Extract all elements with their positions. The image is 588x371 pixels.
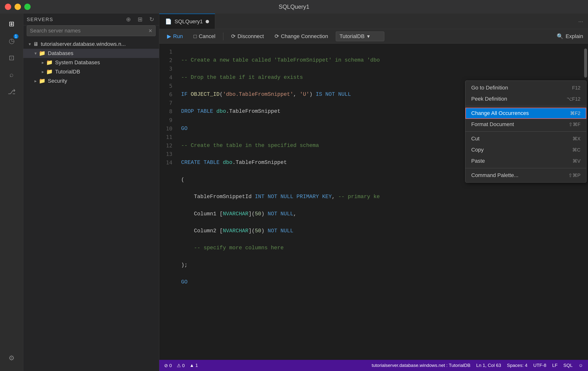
menu-separator-3 xyxy=(465,168,586,168)
tree-item-system-databases[interactable]: 📁 System Databases xyxy=(23,58,159,67)
system-databases-label: System Databases xyxy=(55,60,100,66)
tree-item-tutorialdb[interactable]: 📁 TutorialDB xyxy=(23,67,159,76)
context-menu: Go to Definition F12 Peek Definition ⌥F1… xyxy=(465,80,587,183)
folder-icon: 📁 xyxy=(46,60,53,66)
editor-area: 📄 SQLQuery1 ··· ▶ Run □ Cancel ⟳ Disconn… xyxy=(159,14,588,371)
clear-search-button[interactable]: ✕ xyxy=(148,28,152,34)
run-button[interactable]: ▶ Run xyxy=(164,32,186,41)
tree-item-server[interactable]: 🖥 tutorialserver.database.windows.n... xyxy=(23,40,159,49)
disconnect-button[interactable]: ⟳ Disconnect xyxy=(228,32,267,41)
status-language: SQL xyxy=(564,363,573,368)
git-icon: ⎇ xyxy=(8,88,16,96)
goto-definition-shortcut: F12 xyxy=(572,85,580,91)
menu-change-all-occurrences[interactable]: Change All Occurrences ⌘F2 xyxy=(465,108,586,119)
notification-badge: 1 xyxy=(14,34,19,39)
new-connection-icon: ⊕ xyxy=(126,16,131,23)
tree-item-security[interactable]: 📁 Security xyxy=(23,76,159,86)
server-icon: 🖥 xyxy=(33,41,38,47)
search-icon: ⌕ xyxy=(10,71,14,79)
menu-goto-definition[interactable]: Go to Definition F12 xyxy=(465,82,586,93)
code-line-9: TableFromSnippetId INT NOT NULL PRIMARY … xyxy=(181,192,578,201)
copy-label: Copy xyxy=(471,147,483,153)
cancel-button[interactable]: □ Cancel xyxy=(190,32,218,41)
cancel-icon: □ xyxy=(193,33,197,40)
line-num-9: 9 xyxy=(159,116,172,124)
menu-separator-2 xyxy=(465,131,586,132)
minimize-button[interactable] xyxy=(15,4,21,10)
activity-connections[interactable]: ⊡ xyxy=(4,50,20,65)
server-tree: 🖥 tutorialserver.database.windows.n... 📁… xyxy=(23,40,159,86)
tree-item-databases[interactable]: 📁 Databases xyxy=(23,49,159,58)
status-encoding: UTF-8 xyxy=(533,363,546,368)
change-connection-icon: ⟳ xyxy=(274,33,279,40)
activity-history[interactable]: ◷ 1 xyxy=(4,33,20,49)
add-connection-button[interactable]: ⊞ xyxy=(136,16,144,23)
new-server-button[interactable]: ⊕ xyxy=(125,16,132,23)
traffic-lights xyxy=(5,4,31,10)
status-server-info: tutorialserver.database.windows.net : Tu… xyxy=(372,363,471,368)
change-connection-button[interactable]: ⟳ Change Connection xyxy=(272,32,331,41)
status-bar: ⊘ 0 ⚠ 0 ▲ 1 tutorialserver.database.wind… xyxy=(159,360,588,371)
line-num-3: 3 xyxy=(159,64,172,73)
history-icon: ◷ xyxy=(9,37,15,45)
status-errors[interactable]: ⊘ 0 xyxy=(164,363,172,368)
activity-settings[interactable]: ⚙ xyxy=(4,350,20,366)
menu-separator-1 xyxy=(465,106,586,106)
chevron-right-icon xyxy=(40,60,45,65)
line-num-8: 8 xyxy=(159,107,172,116)
folder-icon: 📁 xyxy=(39,50,45,57)
code-line-13: ); xyxy=(181,261,578,269)
app-layout: ⊞ ◷ 1 ⊡ ⌕ ⎇ ⚙ SERVERS ⊕ ⊞ xyxy=(0,14,588,371)
status-feedback-icon[interactable]: ☺ xyxy=(578,363,583,368)
scrollbar-thumb[interactable] xyxy=(584,49,587,78)
chevron-down-icon: ▾ xyxy=(367,33,370,40)
maximize-button[interactable] xyxy=(24,4,31,10)
code-line-11: Column2 [NVARCHAR](50) NOT NULL xyxy=(181,227,578,235)
tab-label: SQLQuery1 xyxy=(175,19,203,25)
tab-more-button[interactable]: ··· xyxy=(573,14,588,29)
disconnect-icon: ⟳ xyxy=(231,33,235,40)
menu-command-palette[interactable]: Command Palette... ⇧⌘P xyxy=(465,170,586,181)
paste-shortcut: ⌘V xyxy=(572,158,580,164)
line-num-4: 4 xyxy=(159,73,172,82)
code-line-14: GO xyxy=(181,278,578,286)
search-input[interactable] xyxy=(30,28,148,34)
line-num-2: 2 xyxy=(159,56,172,64)
code-editor[interactable]: 1 2 3 4 5 6 7 8 9 10 11 12 13 14 -- Crea… xyxy=(159,44,588,360)
close-button[interactable] xyxy=(5,4,11,10)
sidebar: SERVERS ⊕ ⊞ ↻ ✕ 🖥 tutorialserver.databas… xyxy=(23,14,159,371)
tab-file-icon: 📄 xyxy=(165,19,172,25)
database-dropdown[interactable]: TutorialDB ▾ xyxy=(336,31,384,41)
line-num-5: 5 xyxy=(159,82,172,90)
menu-copy[interactable]: Copy ⌘C xyxy=(465,144,586,155)
activity-git[interactable]: ⎇ xyxy=(4,84,20,100)
line-num-13: 13 xyxy=(159,150,172,158)
sidebar-toolbar: SERVERS ⊕ ⊞ ↻ xyxy=(23,14,159,25)
code-line-1: -- Create a new table called 'TableFromS… xyxy=(181,56,578,64)
menu-format-document[interactable]: Format Document ⇧⌘F xyxy=(465,119,586,130)
line-num-14: 14 xyxy=(159,158,172,167)
status-spaces: Spaces: 4 xyxy=(507,363,527,368)
line-num-1: 1 xyxy=(159,48,172,56)
refresh-button[interactable]: ↻ xyxy=(148,16,156,23)
explain-button[interactable]: 🔍 Explain xyxy=(557,33,583,40)
folder-icon: 📁 xyxy=(46,69,53,75)
status-infos[interactable]: ▲ 1 xyxy=(189,363,198,368)
tab-sqlquery1[interactable]: 📄 SQLQuery1 xyxy=(159,14,215,29)
activity-bar-bottom: ⚙ xyxy=(4,350,20,367)
menu-paste[interactable]: Paste ⌘V xyxy=(465,155,586,167)
servers-icon: ⊞ xyxy=(9,20,14,28)
activity-servers[interactable]: ⊞ xyxy=(4,16,20,31)
search-box[interactable]: ✕ xyxy=(27,25,156,36)
chevron-right-icon xyxy=(40,69,45,74)
status-bar-left: ⊘ 0 ⚠ 0 ▲ 1 xyxy=(164,363,198,368)
editor-toolbar: ▶ Run □ Cancel ⟳ Disconnect ⟳ Change Con… xyxy=(159,29,588,44)
menu-peek-definition[interactable]: Peek Definition ⌥F12 xyxy=(465,93,586,104)
menu-cut[interactable]: Cut ⌘X xyxy=(465,133,586,144)
copy-shortcut: ⌘C xyxy=(572,147,580,153)
goto-definition-label: Go to Definition xyxy=(471,85,508,91)
status-warnings[interactable]: ⚠ 0 xyxy=(177,363,185,368)
explain-label: Explain xyxy=(566,33,583,40)
activity-search[interactable]: ⌕ xyxy=(4,67,20,82)
change-all-occurrences-shortcut: ⌘F2 xyxy=(570,110,580,116)
